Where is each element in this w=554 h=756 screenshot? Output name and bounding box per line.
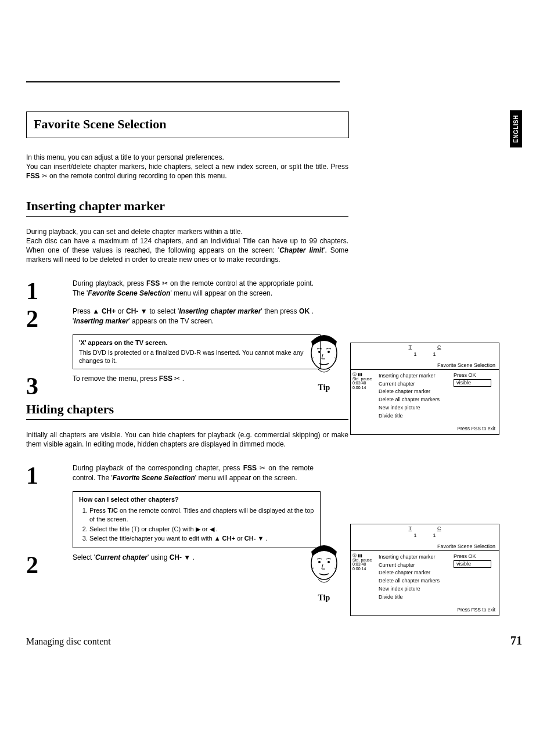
menu-item: Delete all chapter markers [379,396,450,404]
s2-step2-body: Select 'Current chapter' using CH- ▼ . [73,553,314,563]
menu-center: Inserting chapter marker Current chapter… [375,370,454,422]
current-chapter-label: Current chapter [95,553,148,561]
note-body: This DVD is protected or a finalized DVD… [79,348,314,366]
chminus-label: CH- [126,307,138,315]
t: Press [89,507,107,514]
section2-heading: Hiding chapters [26,402,348,420]
s1-para-a: During playback, you can set and delete … [26,228,243,236]
t-val: 1 [413,532,416,539]
t: ' menu will appear on the screen. [170,289,272,297]
menu-item: Current chapter [379,380,450,388]
section1-body: During playback, you can set and delete … [26,227,348,265]
section1-heading: Inserting chapter marker [26,199,348,217]
menu-header: T C [351,343,499,351]
down-icon: ▼ [184,553,190,561]
menu-item: Delete chapter marker [379,569,450,577]
intro-paragraph: In this menu, you can adjust a title to … [26,153,348,181]
step-number-2b: 2 [26,553,73,576]
time1: 0:03:40 [352,381,373,386]
c-val: 1 [433,351,436,358]
intro-line2a: You can insert/delete chapter markers, h… [26,163,348,171]
footer-section-title: Managing disc content [26,636,111,647]
t: During playback, press [73,279,146,287]
time1: 0:03:40 [352,562,373,567]
step1-body: During playback, press FSS ✂ on the remo… [73,279,314,298]
chplus-label: CH+ [222,535,235,542]
up-icon: ▲ [214,535,221,542]
svg-point-2 [328,351,330,353]
intro-line1: In this menu, you can adjust a title to … [26,153,224,161]
menu-item: Current chapter [379,561,450,570]
t: Select the title/chapter you want to edi… [89,535,214,542]
tip-label: Tip [304,383,344,393]
s2-step1: 1 During playback of the corresponding c… [26,463,522,487]
page-number: 71 [510,634,522,647]
scissors-icon: ✂ [162,279,168,287]
s1-note-box: 'X' appears on the TV screen. This DVD i… [73,334,321,370]
language-tab: ENGLISH [510,110,522,147]
visible-box: visible [454,560,491,568]
note-item-1: Press T/C on the remote control. Titles … [89,506,314,524]
t: to select ' [150,307,179,315]
menu-list: Inserting chapter marker Current chapter… [379,553,450,601]
chplus-label: CH+ [102,307,116,315]
fss-label: FSS [243,464,257,472]
note-item-2: Select the title (T) or chapter (C) with… [89,525,314,534]
left-icon: ◀ [210,525,214,532]
t: . [214,525,218,532]
svg-point-4 [318,561,321,563]
menu-screenshot-2: T C 1 1 Favorite Scene Selection Ⓢ ▮▮ St… [350,524,499,616]
menu-exit: Press FSS to exit [351,603,499,615]
step-number-1b: 1 [26,463,73,487]
menu-left: Ⓢ ▮▮ Std. pause 0:03:40 0:00:14 [351,551,375,603]
t: Select the title (T) or chapter (C) with [89,525,196,532]
note-list: Press T/C on the remote control. Titles … [79,506,314,543]
t: ' appears on the TV screen. [128,317,214,325]
menu-list: Inserting chapter marker Current chapter… [379,372,450,420]
tc-label: T/C [107,507,118,514]
step-number-1: 1 [26,279,73,302]
status-icons: Ⓢ ▮▮ [352,372,373,377]
step2-body: Press ▲ CH+ or CH- ▼ to select 'Insertin… [73,307,314,326]
face-icon [305,540,343,589]
c-val: 1 [433,532,436,539]
menu-item: New index picture [379,404,450,412]
menu-center: Inserting chapter marker Current chapter… [375,551,454,603]
chminus-label: CH- [170,553,182,561]
chapter-limit: Chapter limit [279,246,323,254]
t-col: T [404,344,417,351]
t: or [118,307,126,315]
pause-label: Std. pause [352,377,373,381]
note-title: How can I select other chapters? [79,495,314,504]
c-col: C [433,344,446,351]
right-icon: ▶ [196,525,200,532]
step-number-3: 3 [26,374,73,397]
t: To remove the menu, press [73,375,159,383]
fss-label: FSS [146,279,160,287]
t: ' menu will appear on the screen. [195,474,297,482]
title-box: Favorite Scene Selection [26,111,349,138]
time2: 0:00:14 [352,386,373,390]
face-icon [305,330,343,379]
s1-step2: 2 Press ▲ CH+ or CH- ▼ to select 'Insert… [26,307,522,330]
s2-step1-body: During playback of the corresponding cha… [73,463,314,483]
ok-label: OK [299,307,310,315]
scissors-icon: ✂ [174,375,180,383]
time2: 0:00:14 [352,567,373,571]
menu-item: New index picture [379,585,450,593]
t: Select ' [73,553,95,561]
menu-right: Press OK visible [454,551,499,603]
scissors-icon: ✂ [42,172,48,180]
menu-main: Ⓢ ▮▮ Std. pause 0:03:40 0:00:14 Insertin… [351,550,499,603]
insm-label: Inserting marker [74,317,128,325]
c-col: C [433,525,446,532]
menu-right: Press OK visible [454,370,499,422]
t: . [182,375,184,383]
menu-title: Favorite Scene Selection [351,541,499,550]
menu-main: Ⓢ ▮▮ Std. pause 0:03:40 0:00:14 Insertin… [351,369,499,422]
svg-point-1 [318,351,321,353]
tip-illustration-2: Tip [304,540,344,603]
t-val: 1 [413,351,416,358]
t: During playback of the corresponding cha… [73,464,243,472]
svg-point-5 [328,561,330,563]
